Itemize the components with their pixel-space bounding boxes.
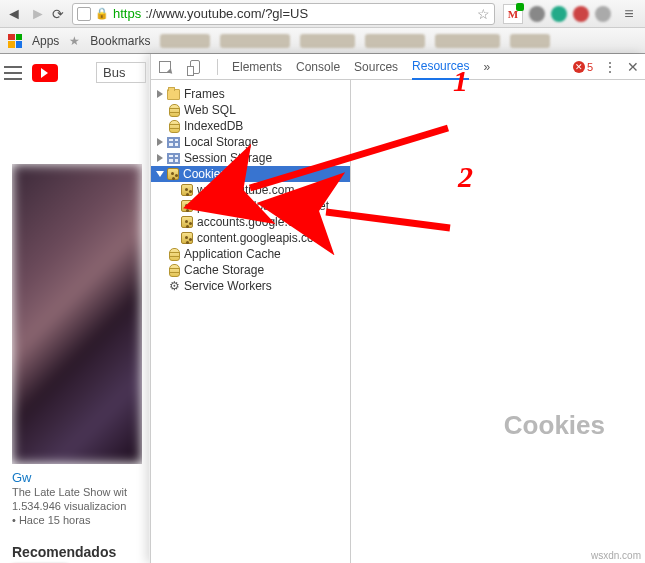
device-mode-button[interactable] (187, 59, 203, 75)
database-icon (169, 264, 180, 277)
tree-item-websql[interactable]: Web SQL (151, 102, 350, 118)
bookmarks-bar: Apps ★ Bookmarks (0, 28, 645, 54)
watermark: wsxdn.com (591, 550, 641, 561)
gear-icon: ⚙ (169, 280, 180, 292)
reload-button[interactable]: ⟳ (52, 6, 64, 22)
cookie-icon (181, 232, 193, 244)
tree-item-localstorage[interactable]: Local Storage (151, 134, 350, 150)
tree-item-cookie-domain[interactable]: content.googleapis.com (151, 230, 350, 246)
extension-icon[interactable] (551, 6, 567, 22)
bookmark-item[interactable] (160, 34, 210, 48)
apps-label[interactable]: Apps (32, 34, 59, 48)
cookie-icon (181, 200, 193, 212)
youtube-logo[interactable] (32, 64, 58, 82)
devtools-panel: Elements Console Sources Resources » ✕ 5… (150, 54, 645, 563)
bookmark-item[interactable] (435, 34, 500, 48)
error-count[interactable]: 5 (587, 61, 593, 73)
database-icon (169, 104, 180, 117)
browser-toolbar: ◄ ► ⟳ 🔒 https://www.youtube.com/?gl=US ☆… (0, 0, 645, 28)
resources-content: Cookies (351, 80, 645, 563)
cookie-icon (167, 168, 179, 180)
inspect-element-button[interactable] (157, 59, 173, 75)
tab-more[interactable]: » (483, 55, 490, 79)
tree-item-cookies[interactable]: Cookies (151, 166, 350, 182)
cookie-icon (181, 184, 193, 196)
tree-item-sessionstorage[interactable]: Session Storage (151, 150, 350, 166)
youtube-page: Bus Gw The Late Late Show wit 1.534.946 … (0, 54, 150, 563)
tree-item-serviceworkers[interactable]: ⚙Service Workers (151, 278, 350, 294)
back-button[interactable]: ◄ (6, 5, 20, 23)
extension-icon[interactable] (529, 6, 545, 22)
bookmark-item[interactable] (220, 34, 290, 48)
tree-item-frames[interactable]: Frames (151, 86, 350, 102)
apps-icon[interactable] (8, 34, 22, 48)
content-placeholder-label: Cookies (504, 410, 605, 441)
gmail-extension-icon[interactable]: M (503, 4, 523, 24)
bookmark-item[interactable] (365, 34, 425, 48)
storage-icon (167, 137, 180, 148)
cookie-icon (181, 216, 193, 228)
devtools-tab-bar: Elements Console Sources Resources » ✕ 5… (151, 54, 645, 80)
youtube-search-input[interactable]: Bus (96, 62, 146, 83)
address-bar[interactable]: 🔒 https://www.youtube.com/?gl=US ☆ (72, 3, 495, 25)
url-scheme: https (113, 6, 141, 21)
bookmark-star-icon[interactable]: ☆ (477, 6, 490, 22)
video-thumbnail[interactable] (12, 164, 142, 464)
storage-icon (167, 153, 180, 164)
forward-button[interactable]: ► (30, 5, 44, 23)
extension-icon[interactable] (573, 6, 589, 22)
video-title-link[interactable]: Gw (12, 470, 142, 485)
tree-item-cookie-domain[interactable]: pubads.g.doubleclick.net (151, 198, 350, 214)
section-header-recommended: Recomendados (12, 544, 116, 560)
error-badge-icon[interactable]: ✕ (573, 61, 585, 73)
tree-item-cookie-domain[interactable]: accounts.google.com (151, 214, 350, 230)
annotation-number-1: 1 (453, 64, 468, 98)
bookmark-item[interactable] (300, 34, 355, 48)
bookmarks-folder-icon: ★ (69, 34, 80, 48)
database-icon (169, 248, 180, 261)
tab-elements[interactable]: Elements (232, 55, 282, 79)
tree-item-appcache[interactable]: Application Cache (151, 246, 350, 262)
tree-item-indexeddb[interactable]: IndexedDB (151, 118, 350, 134)
lock-icon: 🔒 (95, 7, 109, 20)
video-age: • Hace 15 horas (12, 514, 142, 526)
bookmark-item[interactable] (510, 34, 550, 48)
resources-tree: Frames Web SQL IndexedDB Local Storage S… (151, 80, 351, 563)
tab-sources[interactable]: Sources (354, 55, 398, 79)
url-path: ://www.youtube.com/?gl=US (145, 6, 308, 21)
hamburger-icon[interactable] (4, 66, 22, 80)
video-views: 1.534.946 visualizacion (12, 500, 142, 512)
folder-icon (167, 89, 180, 100)
video-channel: The Late Late Show wit (12, 486, 142, 498)
tab-console[interactable]: Console (296, 55, 340, 79)
devtools-menu-button[interactable]: ⋮ (603, 59, 617, 75)
tree-item-cachestorage[interactable]: Cache Storage (151, 262, 350, 278)
chrome-menu-button[interactable]: ≡ (619, 5, 639, 23)
devtools-close-button[interactable]: ✕ (627, 59, 639, 75)
extension-icon[interactable] (595, 6, 611, 22)
bookmarks-label[interactable]: Bookmarks (90, 34, 150, 48)
annotation-number-2: 2 (458, 160, 473, 194)
tree-item-cookie-domain[interactable]: www.youtube.com (151, 182, 350, 198)
database-icon (169, 120, 180, 133)
site-info-icon[interactable] (77, 7, 91, 21)
